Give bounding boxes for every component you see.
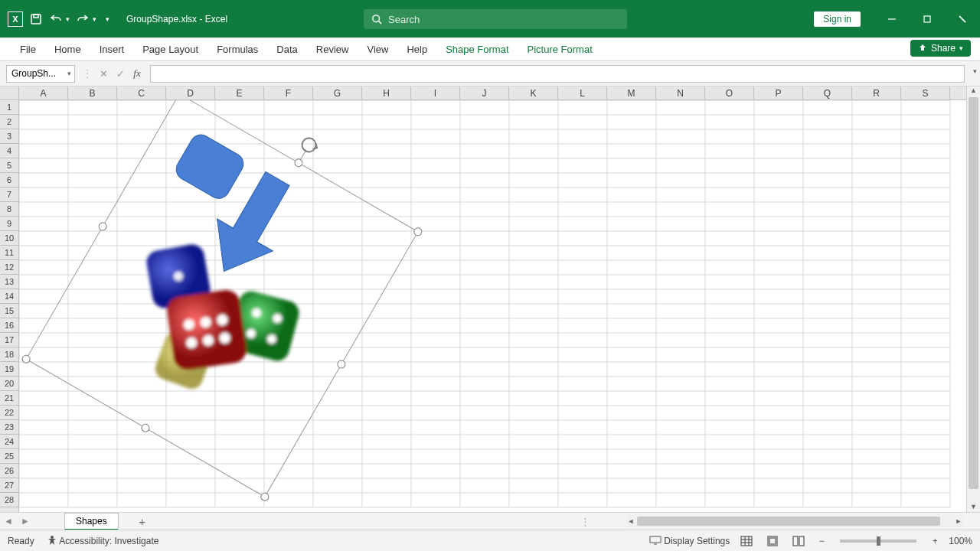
close-button[interactable] — [945, 0, 980, 37]
search-box[interactable]: Search — [364, 9, 627, 29]
sheet-nav-prev-icon[interactable]: ◄ — [0, 516, 17, 527]
row-header[interactable]: 7 — [0, 187, 18, 202]
tab-view[interactable]: View — [358, 39, 397, 60]
accessibility-status[interactable]: Accessibility: Investigate — [47, 535, 159, 546]
row-header[interactable]: 19 — [0, 362, 18, 377]
row-header[interactable]: 20 — [0, 377, 18, 391]
tab-formulas[interactable]: Formulas — [207, 39, 267, 60]
add-sheet-button[interactable]: + — [132, 515, 152, 528]
tab-file[interactable]: File — [11, 39, 45, 60]
normal-view-icon[interactable] — [737, 533, 756, 549]
name-box[interactable]: GroupSh... ▾ — [6, 65, 75, 83]
zoom-slider[interactable] — [840, 540, 916, 543]
column-header[interactable]: P — [754, 86, 803, 99]
row-header[interactable]: 17 — [0, 333, 18, 347]
scroll-left-icon[interactable]: ◄ — [626, 515, 635, 527]
undo-icon[interactable] — [49, 12, 63, 26]
row-header[interactable]: 14 — [0, 289, 18, 304]
formula-input[interactable] — [150, 65, 965, 83]
redo-dropdown-icon[interactable]: ▾ — [93, 15, 96, 23]
select-all-corner[interactable] — [0, 86, 19, 100]
vertical-scrollbar[interactable]: ▲ ▼ — [966, 86, 980, 512]
tab-insert[interactable]: Insert — [90, 39, 134, 60]
column-header[interactable]: D — [166, 86, 215, 99]
tab-help[interactable]: Help — [397, 39, 436, 60]
column-header[interactable]: B — [68, 86, 117, 99]
column-header[interactable]: F — [264, 86, 313, 99]
row-header[interactable]: 10 — [0, 231, 18, 246]
scroll-down-icon[interactable]: ▼ — [967, 503, 980, 512]
expand-formula-icon[interactable]: ▾ — [973, 67, 977, 75]
row-header[interactable]: 24 — [0, 435, 18, 449]
row-header[interactable]: 3 — [0, 129, 18, 144]
app-icon[interactable]: X — [8, 11, 23, 27]
sheet-nav-next-icon[interactable]: ► — [17, 516, 34, 527]
column-header[interactable]: A — [19, 86, 68, 99]
row-header[interactable]: 27 — [0, 478, 18, 493]
column-header[interactable]: R — [852, 86, 901, 99]
row-header[interactable]: 12 — [0, 260, 18, 275]
tab-home[interactable]: Home — [45, 39, 90, 60]
row-header[interactable]: 9 — [0, 217, 18, 231]
enter-formula-icon[interactable]: ✓ — [112, 65, 129, 83]
row-header[interactable]: 8 — [0, 202, 18, 217]
column-header[interactable]: M — [607, 86, 656, 99]
tab-shape-format[interactable]: Shape Format — [436, 39, 518, 60]
tab-page-layout[interactable]: Page Layout — [133, 39, 207, 60]
cells-area[interactable] — [19, 100, 966, 512]
maximize-button[interactable] — [910, 0, 945, 37]
row-header[interactable]: 18 — [0, 347, 18, 362]
row-header[interactable]: 16 — [0, 318, 18, 333]
row-header[interactable]: 22 — [0, 406, 18, 420]
column-header[interactable]: L — [558, 86, 607, 99]
scrollbar-thumb[interactable] — [637, 517, 940, 526]
row-header[interactable]: 21 — [0, 391, 18, 406]
column-header[interactable]: C — [117, 86, 166, 99]
row-header[interactable]: 11 — [0, 246, 18, 260]
column-header[interactable]: G — [313, 86, 362, 99]
tab-data[interactable]: Data — [267, 39, 306, 60]
column-header[interactable]: E — [215, 86, 264, 99]
column-header[interactable]: S — [901, 86, 950, 99]
row-header[interactable]: 23 — [0, 420, 18, 435]
column-header[interactable]: K — [509, 86, 558, 99]
undo-dropdown-icon[interactable]: ▾ — [66, 15, 70, 23]
share-button[interactable]: Share ▾ — [910, 40, 971, 57]
scroll-right-icon[interactable]: ► — [954, 515, 963, 527]
redo-icon[interactable] — [76, 12, 90, 26]
column-header[interactable]: Q — [803, 86, 852, 99]
cancel-formula-icon[interactable]: ✕ — [95, 65, 112, 83]
column-header[interactable]: O — [705, 86, 754, 99]
tab-review[interactable]: Review — [307, 39, 358, 60]
row-header[interactable]: 6 — [0, 173, 18, 187]
tab-picture-format[interactable]: Picture Format — [518, 39, 602, 60]
row-header[interactable]: 4 — [0, 144, 18, 158]
row-header[interactable]: 15 — [0, 304, 18, 318]
scroll-up-icon[interactable]: ▲ — [967, 86, 980, 96]
signin-button[interactable]: Sign in — [814, 11, 861, 27]
row-header[interactable]: 13 — [0, 275, 18, 289]
zoom-in-button[interactable]: + — [929, 536, 941, 546]
column-header[interactable]: J — [460, 86, 509, 99]
page-break-view-icon[interactable] — [789, 533, 808, 549]
minimize-button[interactable] — [874, 0, 910, 37]
scrollbar-thumb[interactable] — [969, 97, 978, 489]
sheet-tab-active[interactable]: Shapes — [64, 513, 119, 530]
column-header[interactable]: N — [656, 86, 705, 99]
row-header[interactable]: 2 — [0, 115, 18, 129]
column-header[interactable]: H — [362, 86, 411, 99]
zoom-level[interactable]: 100% — [949, 536, 972, 546]
page-layout-view-icon[interactable] — [763, 533, 782, 549]
row-header[interactable]: 26 — [0, 464, 18, 478]
qat-customize-icon[interactable]: ▾ — [106, 15, 109, 23]
row-header[interactable]: 28 — [0, 493, 18, 507]
column-header[interactable]: I — [411, 86, 460, 99]
save-icon[interactable] — [29, 12, 43, 26]
display-settings-button[interactable]: Display Settings — [649, 536, 730, 546]
row-header[interactable]: 1 — [0, 100, 18, 115]
horizontal-scrollbar[interactable]: ◄ ► — [626, 515, 963, 527]
zoom-slider-handle[interactable] — [877, 536, 880, 546]
row-header[interactable]: 5 — [0, 158, 18, 173]
fx-icon[interactable]: fx — [129, 65, 145, 83]
zoom-out-button[interactable]: − — [815, 536, 828, 546]
